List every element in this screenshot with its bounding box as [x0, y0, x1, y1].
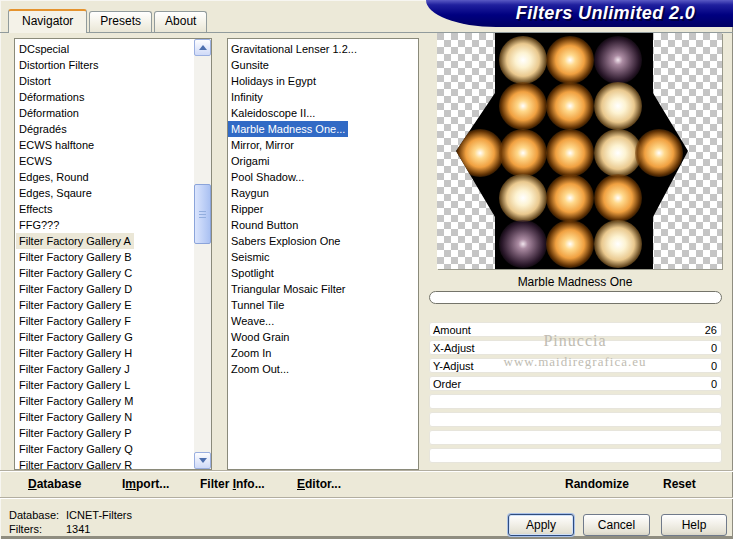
preview-orb — [594, 36, 642, 84]
filter-item[interactable]: Sabers Explosion One — [228, 233, 418, 249]
parameter-row-empty — [429, 394, 722, 409]
preview-orb — [499, 82, 547, 130]
preview-orb — [499, 36, 547, 84]
arrow-up-icon — [199, 41, 207, 50]
category-item[interactable]: Filter Factory Gallery P — [16, 425, 193, 441]
category-item[interactable]: Filter Factory Gallery J — [16, 361, 193, 377]
parameter-row[interactable]: Amount26 — [429, 322, 722, 337]
category-item[interactable]: Déformations — [16, 89, 193, 105]
category-item[interactable]: FFG??? — [16, 217, 193, 233]
category-item[interactable]: Filter Factory Gallery E — [16, 297, 193, 313]
parameter-panel: Amount26X-Adjust0Y-Adjust0Order0 — [429, 322, 722, 466]
filter-item[interactable]: Seismic — [228, 249, 418, 265]
category-item[interactable]: DCspecial — [16, 41, 193, 57]
scrollbar-thumb[interactable] — [194, 184, 211, 244]
filter-item[interactable]: Wood Grain — [228, 329, 418, 345]
filter-item[interactable]: Zoom Out... — [228, 361, 418, 377]
editor-button[interactable]: Editor... — [297, 477, 341, 491]
category-item[interactable]: Filter Factory Gallery Q — [16, 441, 193, 457]
category-item[interactable]: Filter Factory Gallery D — [16, 281, 193, 297]
category-item[interactable]: Filter Factory Gallery L — [16, 377, 193, 393]
filter-item[interactable]: Tunnel Tile — [228, 297, 418, 313]
category-item[interactable]: Filter Factory Gallery F — [16, 313, 193, 329]
parameter-row[interactable]: Y-Adjust0 — [429, 358, 722, 373]
parameter-value: 0 — [711, 342, 722, 354]
help-button[interactable]: Help — [661, 514, 727, 536]
filter-item[interactable]: Marble Madness One... — [228, 121, 348, 137]
category-item[interactable]: Effects — [16, 201, 193, 217]
category-item[interactable]: Filter Factory Gallery A — [16, 233, 134, 249]
selected-filter-caption: Marble Madness One — [425, 275, 725, 289]
filter-item[interactable]: Kaleidoscope II... — [228, 105, 418, 121]
filter-item[interactable]: Raygun — [228, 185, 418, 201]
parameter-label: Y-Adjust — [429, 360, 474, 372]
preview-orb — [499, 174, 547, 222]
reset-button[interactable]: Reset — [663, 477, 696, 491]
category-item[interactable]: Déformation — [16, 105, 193, 121]
category-item[interactable]: Filter Factory Gallery C — [16, 265, 193, 281]
preview-image — [437, 33, 722, 269]
preview-orb — [499, 220, 547, 268]
filter-item[interactable]: Gravitational Lenser 1.2... — [228, 41, 418, 57]
category-item[interactable]: Filter Factory Gallery G — [16, 329, 193, 345]
preview-orb — [546, 220, 594, 268]
filter-item[interactable]: Round Button — [228, 217, 418, 233]
category-item[interactable]: Edges, Sqaure — [16, 185, 193, 201]
filter-item[interactable]: Holidays in Egypt — [228, 73, 418, 89]
filter-item[interactable]: Spotlight — [228, 265, 418, 281]
parameter-row[interactable]: X-Adjust0 — [429, 340, 722, 355]
category-item[interactable]: Edges, Round — [16, 169, 193, 185]
preview-orb — [456, 129, 504, 177]
filter-item[interactable]: Triangular Mosaic Filter — [228, 281, 418, 297]
filter-item[interactable]: Pool Shadow... — [228, 169, 418, 185]
preview-orb — [546, 82, 594, 130]
category-item[interactable]: Distort — [16, 73, 193, 89]
category-item[interactable]: ECWS — [16, 153, 193, 169]
separator-bottom — [0, 497, 733, 499]
randomize-button[interactable]: Randomize — [565, 477, 629, 491]
parameter-row-empty — [429, 448, 722, 463]
category-item[interactable]: Filter Factory Gallery R — [16, 457, 193, 470]
tab-strip-border — [0, 32, 733, 33]
preview-orb — [594, 174, 642, 222]
parameter-row-empty — [429, 412, 722, 427]
tab-navigator[interactable]: Navigator — [8, 9, 87, 33]
scroll-up-button[interactable] — [194, 39, 211, 56]
apply-button[interactable]: Apply — [508, 514, 574, 536]
category-item[interactable]: ECWS halftone — [16, 137, 193, 153]
status-filter-count-value: 1341 — [66, 523, 90, 535]
preview-orb — [594, 220, 642, 268]
filter-item[interactable]: Gunsite — [228, 57, 418, 73]
scrollbar-track[interactable] — [194, 56, 211, 452]
parameter-value: 26 — [705, 324, 722, 336]
category-scrollbar[interactable] — [194, 39, 211, 469]
database-button[interactable]: Database — [28, 477, 81, 491]
filter-item[interactable]: Zoom In — [228, 345, 418, 361]
category-item[interactable]: Filter Factory Gallery N — [16, 409, 193, 425]
arrow-down-icon — [199, 458, 207, 467]
parameter-row-empty — [429, 430, 722, 445]
category-item[interactable]: Distortion Filters — [16, 57, 193, 73]
filter-list: Gravitational Lenser 1.2...GunsiteHolida… — [227, 38, 419, 470]
tab-presets[interactable]: Presets — [89, 11, 152, 32]
filter-item[interactable]: Weave... — [228, 313, 418, 329]
parameter-label: Order — [429, 378, 461, 390]
category-item[interactable]: Filter Factory Gallery B — [16, 249, 193, 265]
preview-orb — [594, 82, 642, 130]
parameter-row[interactable]: Order0 — [429, 376, 722, 391]
category-item[interactable]: Filter Factory Gallery M — [16, 393, 193, 409]
tab-about[interactable]: About — [154, 11, 207, 32]
import-button[interactable]: Import... — [122, 477, 169, 491]
status-database-label: Database: — [9, 508, 66, 522]
parameter-value: 0 — [711, 360, 722, 372]
filter-item[interactable]: Mirror, Mirror — [228, 137, 418, 153]
filter-item[interactable]: Origami — [228, 153, 418, 169]
filter-info-button[interactable]: Filter Info... — [200, 477, 265, 491]
filter-item[interactable]: Ripper — [228, 201, 418, 217]
filter-item[interactable]: Infinity — [228, 89, 418, 105]
category-item[interactable]: Dégradés — [16, 121, 193, 137]
cancel-button[interactable]: Cancel — [583, 514, 650, 536]
category-item[interactable]: Filter Factory Gallery H — [16, 345, 193, 361]
filter-preview[interactable] — [437, 33, 722, 269]
scroll-down-button[interactable] — [194, 452, 211, 469]
